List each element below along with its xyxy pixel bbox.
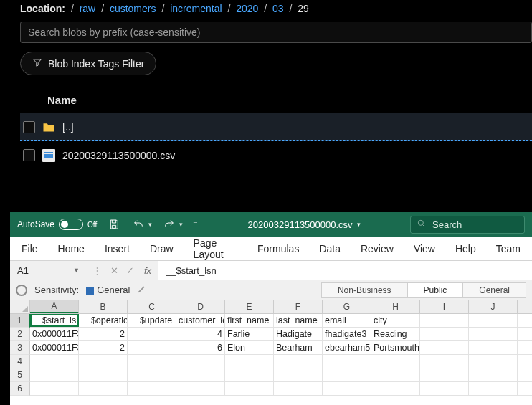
- sensitivity-tab[interactable]: General: [462, 282, 526, 298]
- save-icon[interactable]: [107, 217, 121, 232]
- checkbox[interactable]: [23, 149, 35, 161]
- cell[interactable]: Elon: [225, 341, 274, 354]
- ribbon-tab[interactable]: Home: [58, 243, 85, 254]
- cell[interactable]: [79, 368, 128, 381]
- cell[interactable]: [420, 314, 469, 327]
- chevron-down-icon[interactable]: ▾: [357, 221, 361, 228]
- ribbon-tab[interactable]: Data: [319, 243, 341, 254]
- cell[interactable]: [420, 341, 469, 354]
- ribbon-tab[interactable]: View: [414, 243, 435, 254]
- cell[interactable]: [469, 328, 518, 340]
- cell[interactable]: __$start_lsn: [30, 314, 79, 327]
- ribbon-tab[interactable]: Team: [496, 243, 521, 254]
- column-header[interactable]: F: [274, 300, 323, 313]
- cell[interactable]: [371, 382, 420, 395]
- cell[interactable]: [420, 382, 469, 395]
- cell[interactable]: [128, 368, 176, 381]
- enter-icon[interactable]: ✓: [122, 265, 138, 276]
- list-item[interactable]: 20200329113500000.csv: [20, 141, 532, 169]
- row-header[interactable]: 3: [10, 341, 30, 355]
- sensitivity-tab[interactable]: Public: [407, 282, 463, 298]
- cell[interactable]: [79, 355, 128, 368]
- cell[interactable]: __$operation: [79, 314, 128, 327]
- cell[interactable]: [225, 382, 274, 395]
- ribbon-tab[interactable]: Insert: [105, 243, 130, 254]
- tell-me-search[interactable]: [410, 216, 525, 234]
- cell[interactable]: Portsmouth: [371, 341, 420, 354]
- search-input[interactable]: [20, 22, 532, 43]
- cell[interactable]: 0x000011F3: [30, 341, 79, 354]
- cell[interactable]: first_name: [225, 314, 274, 327]
- cell[interactable]: [469, 355, 518, 368]
- pencil-icon[interactable]: [137, 284, 147, 296]
- column-header[interactable]: A: [30, 300, 79, 313]
- cell[interactable]: last_name: [274, 314, 323, 327]
- row-header[interactable]: 6: [10, 382, 30, 396]
- cell[interactable]: customer_id: [176, 314, 225, 327]
- blob-filter-button[interactable]: Blob Index Tags Filter: [20, 52, 156, 75]
- cell[interactable]: [274, 382, 323, 395]
- cell[interactable]: __$update: [128, 314, 176, 327]
- cell[interactable]: [225, 355, 274, 368]
- ribbon-tab[interactable]: Draw: [150, 243, 174, 254]
- spreadsheet-grid[interactable]: ABCDEFGHIJ 123456 __$start_lsn__$operati…: [10, 300, 532, 396]
- column-header[interactable]: D: [176, 300, 225, 313]
- cell[interactable]: [469, 314, 518, 327]
- formula-input[interactable]: [158, 261, 532, 280]
- cell[interactable]: [128, 382, 176, 395]
- cell[interactable]: [79, 382, 128, 395]
- row-header[interactable]: 5: [10, 368, 30, 382]
- column-header[interactable]: E: [225, 300, 274, 313]
- tell-me-input[interactable]: [432, 219, 518, 230]
- cell[interactable]: [469, 341, 518, 354]
- ribbon-tab[interactable]: Formulas: [257, 243, 299, 254]
- undo-icon[interactable]: [131, 217, 146, 232]
- list-item[interactable]: [..]: [20, 113, 532, 141]
- chevron-down-icon[interactable]: ▾: [148, 221, 152, 228]
- column-header[interactable]: B: [79, 300, 128, 313]
- cell[interactable]: 2: [79, 328, 128, 340]
- cell[interactable]: [371, 355, 420, 368]
- cell[interactable]: 0x000011F3: [30, 328, 79, 340]
- checkbox[interactable]: [23, 121, 35, 133]
- cell[interactable]: [420, 368, 469, 381]
- cell[interactable]: [420, 355, 469, 368]
- cell[interactable]: 2: [79, 341, 128, 354]
- cell[interactable]: Bearham: [274, 341, 323, 354]
- fx-icon[interactable]: fx: [138, 265, 158, 276]
- ribbon-tab[interactable]: Review: [361, 243, 394, 254]
- cell[interactable]: [469, 368, 518, 381]
- column-header[interactable]: J: [469, 300, 518, 313]
- cell[interactable]: Reading: [371, 328, 420, 340]
- autosave-toggle[interactable]: AutoSave Off: [17, 219, 97, 230]
- cell[interactable]: [323, 382, 371, 395]
- cell[interactable]: email: [323, 314, 371, 327]
- cell[interactable]: [274, 368, 323, 381]
- cell[interactable]: [323, 355, 371, 368]
- cell[interactable]: city: [371, 314, 420, 327]
- redo-icon[interactable]: [162, 217, 176, 232]
- ribbon-tab[interactable]: Page Layout: [194, 237, 237, 260]
- cell[interactable]: Hadigate: [274, 328, 323, 340]
- cell[interactable]: [176, 355, 225, 368]
- cancel-icon[interactable]: ✕: [106, 265, 122, 276]
- cell[interactable]: [30, 382, 79, 395]
- row-header[interactable]: 4: [10, 355, 30, 368]
- cell[interactable]: ebearham5: [323, 341, 371, 354]
- cell[interactable]: [176, 382, 225, 395]
- breadcrumb-link[interactable]: customers: [110, 3, 156, 14]
- cell[interactable]: [176, 368, 225, 381]
- cell[interactable]: [30, 355, 79, 368]
- ribbon-tab[interactable]: Help: [455, 243, 476, 254]
- cell[interactable]: Farlie: [225, 328, 274, 340]
- cell[interactable]: [225, 368, 274, 381]
- breadcrumb-link[interactable]: incremental: [170, 3, 222, 14]
- cell[interactable]: [371, 368, 420, 381]
- column-header[interactable]: C: [128, 300, 176, 313]
- cell[interactable]: [128, 341, 176, 354]
- column-header[interactable]: G: [323, 300, 371, 313]
- breadcrumb-link[interactable]: 03: [272, 3, 284, 14]
- cell[interactable]: [128, 328, 176, 340]
- cell[interactable]: [128, 355, 176, 368]
- breadcrumb-link[interactable]: raw: [80, 3, 96, 14]
